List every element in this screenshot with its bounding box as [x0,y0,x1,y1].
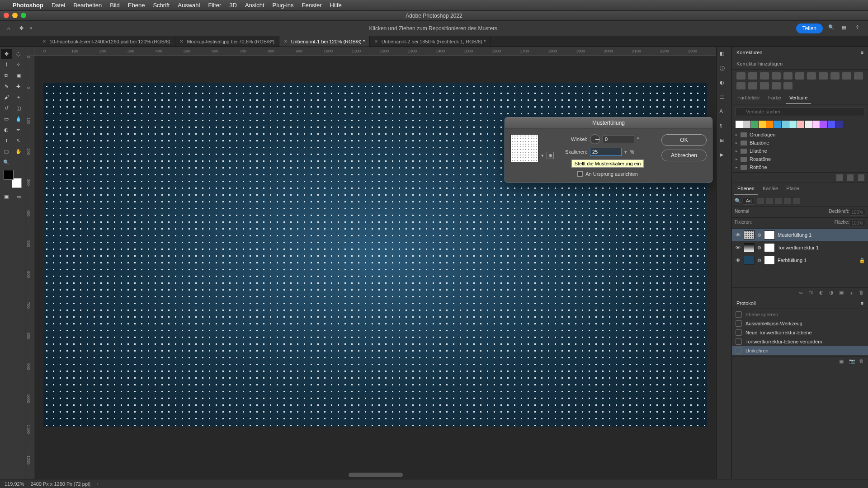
hand-tool-icon[interactable]: ✋ [13,146,24,156]
gradient-swatch[interactable] [835,121,843,128]
selective-icon[interactable] [783,82,793,89]
threshold-icon[interactable] [760,82,769,89]
tab-kanaele[interactable]: Kanäle [759,183,782,195]
layer-row[interactable]: 👁❽Tonwertkorrektur 1 [732,241,868,254]
filter-smart-icon[interactable] [793,198,800,204]
gradient-folder[interactable]: ▸Blautöne [732,139,868,147]
curves-icon[interactable] [760,72,769,80]
layer-thumbnail[interactable] [744,243,755,252]
minimize-window-icon[interactable] [12,13,18,18]
new-snapshot-icon[interactable]: 📷 [849,358,855,365]
ok-button[interactable]: OK [661,134,707,146]
adjustments-panel-icon[interactable]: ◐ [720,80,729,89]
search-icon[interactable]: 🔍 [828,24,836,33]
adjustment-layer-icon[interactable]: ◑ [829,290,835,296]
lasso-tool-icon[interactable]: ⌇ [1,60,12,70]
pattern-preview[interactable] [510,134,538,162]
tab-ebenen[interactable]: Ebenen [734,183,758,195]
align-origin-checkbox[interactable] [577,171,583,177]
zoom-window-icon[interactable] [21,13,26,18]
gradient-swatch[interactable] [797,121,804,128]
document-tab[interactable]: ×Unbenannt-2 bei 1850% (Rechteck 1, RGB/… [370,36,491,47]
colorbalance-icon[interactable] [807,72,816,80]
gradient-swatch[interactable] [774,121,781,128]
panel-menu-icon[interactable]: ≡ [861,300,863,306]
gradient-search-input[interactable] [736,107,864,116]
type-tool-icon[interactable]: T [1,136,12,145]
app-name-menu[interactable]: Photoshop [13,2,43,9]
gradient-swatch[interactable] [759,121,766,128]
snap-origin-icon[interactable]: ⊕ [547,152,554,159]
menu-bearbeiten[interactable]: Bearbeiten [73,2,102,9]
history-state[interactable]: Tonwertkorrektur-Ebene verändern [732,337,868,346]
visibility-icon[interactable]: 👁 [735,232,741,238]
menu-auswahl[interactable]: Auswahl [178,2,200,9]
close-window-icon[interactable] [4,13,9,18]
layer-row[interactable]: 👁❽Farbfüllung 1🔒 [732,254,868,267]
export-icon[interactable]: ⇪ [855,24,863,33]
frame-tool-icon[interactable]: ▣ [13,70,24,80]
tab-farbe[interactable]: Farbe [764,92,785,104]
lock-pixels-icon[interactable] [757,220,763,225]
close-icon[interactable]: × [374,38,378,45]
invert-icon[interactable] [736,82,745,89]
new-group-icon[interactable] [836,174,843,181]
stamp-tool-icon[interactable]: ⌖ [13,92,24,102]
eyedropper-tool-icon[interactable]: ✎ [1,81,12,91]
crop-tool-icon[interactable]: ⧉ [1,70,12,80]
menu-3d[interactable]: 3D [229,2,237,9]
zoom-level[interactable]: 119,92% [5,481,24,487]
mask-thumbnail[interactable] [764,256,775,265]
lock-transparency-icon[interactable] [752,220,757,225]
history-state[interactable]: Ebene sperren [732,310,868,319]
history-state[interactable]: Auswahlellipse-Werkzeug [732,319,868,328]
lock-icon[interactable]: 🔒 [859,258,865,263]
filter-adjust-icon[interactable] [766,198,773,204]
gradient-swatch[interactable] [782,121,789,128]
gradient-folder[interactable]: ▸Grundlagen [732,131,868,139]
hue-icon[interactable] [795,72,804,80]
home-icon[interactable]: ⌂ [5,24,13,33]
panel-menu-icon[interactable]: ≡ [861,50,863,55]
lock-all-icon[interactable] [774,220,779,225]
menu-hilfe[interactable]: Hilfe [330,2,342,9]
heal-tool-icon[interactable]: ✚ [13,81,24,91]
edit-toolbar-icon[interactable]: ⋯ [13,157,24,167]
layer-filter-type[interactable]: Art [743,197,755,205]
gradientmap-icon[interactable] [772,82,781,89]
menu-bild[interactable]: Bild [110,2,120,9]
menu-plugins[interactable]: Plug-ins [273,2,294,9]
menu-ansicht[interactable]: Ansicht [245,2,264,9]
foreground-color[interactable] [4,170,14,180]
fill-value[interactable]: 100% [849,220,865,226]
vertical-ruler[interactable]: 0010020030040050060070080090010001100120… [25,56,34,479]
marquee-tool-icon[interactable]: ◌ [13,49,24,59]
scrollbar-thumb[interactable] [349,473,403,477]
delete-layer-icon[interactable]: 🗑 [859,290,865,296]
angle-input[interactable] [603,135,634,143]
chevron-down-icon[interactable]: ▾ [30,25,33,31]
gradient-swatch[interactable] [805,121,812,128]
posterize-icon[interactable] [748,82,757,89]
close-icon[interactable]: × [42,38,46,45]
gradient-swatch[interactable] [743,121,750,128]
gradient-swatch[interactable] [820,121,827,128]
doc-dimensions[interactable]: 2400 Px x 1260 Px (72 ppi) [30,481,90,487]
scale-input[interactable] [590,148,622,156]
bw-icon[interactable] [819,72,828,80]
fx-icon[interactable]: fx [809,290,816,296]
gradient-folder[interactable]: ▸Rosatöne [732,155,868,163]
pen-tool-icon[interactable]: ✒ [13,125,24,135]
chevron-down-icon[interactable]: ▾ [624,149,627,155]
close-icon[interactable]: × [284,38,288,45]
new-item-icon[interactable] [847,174,854,181]
opacity-value[interactable]: 100% [849,209,865,216]
menu-datei[interactable]: Datei [52,2,65,9]
lock-position-icon[interactable] [763,220,768,225]
paragraph-panel-icon[interactable]: ¶ [720,123,729,132]
filter-pixels-icon[interactable] [757,198,764,204]
move-tool-icon[interactable]: ✥ [1,49,12,59]
trash-icon[interactable] [858,174,864,181]
layer-name[interactable]: Musterfüllung 1 [778,232,811,238]
chevron-right-icon[interactable]: › [97,481,99,487]
